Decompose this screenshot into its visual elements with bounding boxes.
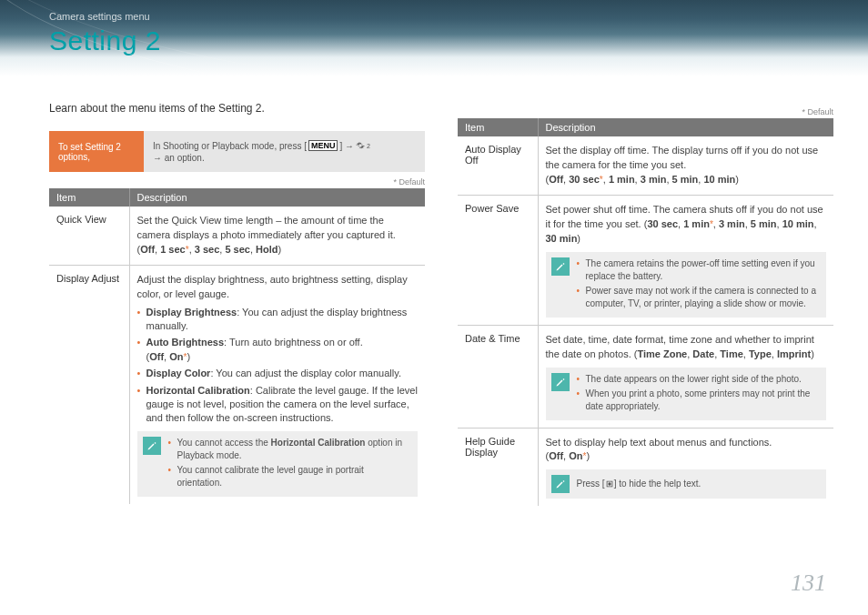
- table-header-row: Item Description: [49, 188, 425, 207]
- row-help-guide: Help Guide Display Set to display help t…: [458, 428, 833, 506]
- quick-view-opts: (Off, 1 sec*, 3 sec, 5 sec, Hold): [137, 244, 282, 255]
- table-right: Item Description Auto Display Off Set th…: [458, 118, 833, 506]
- header-desc: Description: [538, 118, 833, 136]
- metering-icon: [605, 479, 614, 489]
- row-date-time: Date & Time Set date, time, date format,…: [458, 325, 833, 428]
- note-item: When you print a photo, some printers ma…: [577, 388, 820, 413]
- bullet-auto-brightness: Auto Brightness: Turn auto brightness on…: [137, 336, 419, 364]
- instruction-arrow1: ] →: [339, 141, 354, 151]
- row-quick-view: Quick View Set the Quick View time lengt…: [49, 207, 425, 265]
- note-power-save: The camera retains the power-off time se…: [546, 252, 827, 318]
- default-note-left: * Default: [49, 177, 425, 187]
- note-item: You cannot calibrate the level gauge in …: [168, 464, 411, 489]
- cell-name: Auto Display Off: [458, 136, 538, 195]
- table-header-row: Item Description: [458, 118, 833, 136]
- cell-name: Power Save: [458, 195, 538, 325]
- note-single: Press [ ] to hide the help text.: [577, 475, 701, 493]
- instruction-trail: → an option.: [153, 153, 205, 163]
- breadcrumb: Camera settings menu: [49, 11, 868, 22]
- note-display-adjust: You cannot access the Horizontal Calibra…: [137, 431, 419, 497]
- default-note-right: * Default: [458, 107, 833, 116]
- gear-icon: [356, 141, 365, 150]
- quick-view-desc: Set the Quick View time length – the amo…: [137, 215, 396, 240]
- note-date-time: The date appears on the lower right side…: [546, 368, 827, 420]
- table-left: Item Description Quick View Set the Quic…: [49, 188, 425, 504]
- intro-text: Learn about the menu items of the Settin…: [49, 102, 425, 115]
- auto-display-opts: (Off, 30 sec*, 1 min, 3 min, 5 min, 10 m…: [546, 174, 739, 185]
- display-adjust-bullets: Display Brightness: You can adjust the d…: [137, 306, 419, 426]
- header-desc: Description: [129, 188, 425, 207]
- instruction-text: In Shooting or Playback mode, press [ ME…: [144, 131, 425, 172]
- header-item: Item: [458, 118, 538, 136]
- bullet-brightness: Display Brightness: You can adjust the d…: [137, 306, 419, 334]
- cell-name: Quick View: [49, 207, 129, 265]
- bullet-horizontal-cal: Horizontal Calibration: Calibrate the le…: [137, 384, 419, 426]
- pen-icon: [551, 475, 570, 493]
- pen-icon: [143, 437, 161, 455]
- header-item: Item: [49, 188, 129, 207]
- help-guide-opts: (Off, On*): [546, 450, 590, 461]
- page-number: 131: [791, 570, 826, 597]
- banner: Camera settings menu Setting 2: [0, 0, 868, 76]
- note-item: The camera retains the power-off time se…: [577, 257, 820, 283]
- row-display-adjust: Display Adjust Adjust the display bright…: [49, 265, 425, 504]
- instruction-row: To set Setting 2 options, In Shooting or…: [49, 131, 425, 172]
- cell-name: Display Adjust: [49, 265, 129, 504]
- bullet-display-color: Display Color: You can adjust the displa…: [137, 367, 419, 380]
- page-title: Setting 2: [49, 25, 868, 56]
- pen-icon: [551, 257, 570, 276]
- instruction-label: To set Setting 2 options,: [49, 131, 144, 172]
- note-item: You cannot access the Horizontal Calibra…: [168, 437, 411, 462]
- cell-desc: Set date, time, date format, time zone a…: [538, 325, 833, 428]
- instruction-pre: In Shooting or Playback mode, press [: [153, 141, 307, 151]
- note-item: The date appears on the lower right side…: [577, 373, 820, 386]
- cell-name: Date & Time: [458, 325, 538, 428]
- row-auto-display-off: Auto Display Off Set the display off tim…: [458, 136, 833, 195]
- cell-desc: Set the display off time. The display tu…: [538, 136, 833, 195]
- row-power-save: Power Save Set power shut off time. The …: [458, 195, 833, 325]
- left-column: Learn about the menu items of the Settin…: [49, 102, 425, 506]
- content: Learn about the menu items of the Settin…: [0, 76, 868, 506]
- cell-desc: Set the Quick View time length – the amo…: [129, 207, 425, 265]
- menu-button-label: MENU: [308, 140, 338, 151]
- cell-name: Help Guide Display: [458, 428, 538, 506]
- note-item: Power save may not work if the camera is…: [577, 285, 820, 310]
- cell-desc: Set to display help text about menus and…: [538, 428, 833, 506]
- cell-desc: Set power shut off time. The camera shut…: [538, 195, 833, 325]
- note-help-guide: Press [ ] to hide the help text.: [546, 469, 827, 499]
- cell-desc: Adjust the display brightness, auto brig…: [129, 265, 425, 504]
- pen-icon: [551, 373, 570, 391]
- display-adjust-desc: Adjust the display brightness, auto brig…: [137, 274, 408, 299]
- right-column: * Default Item Description Auto Display …: [458, 102, 833, 506]
